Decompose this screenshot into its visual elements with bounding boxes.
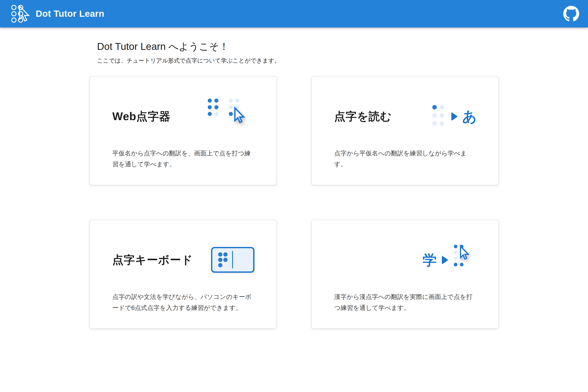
- braille-to-hiragana-icon: あ: [432, 104, 477, 128]
- welcome-subtitle: ここでは、チュートリアル形式で点字について学ぶことができます。: [97, 57, 499, 64]
- card-description: 点字の訳や文法を学びながら、パソコンのキーボードで6点式点字を入力する練習ができ…: [112, 292, 255, 313]
- github-icon: [563, 6, 579, 22]
- app-header: Dot Tutor Learn: [0, 0, 588, 28]
- card-header-row: 点字キーボード: [112, 237, 255, 283]
- card-header-row: Web点字器: [112, 94, 255, 139]
- eight-dot-braille-cursor-icon: [453, 244, 477, 276]
- arrow-right-icon: [451, 112, 458, 120]
- card-write-kantenji[interactable]: 学 漢字から漢点字への翻訳を実際に画面上で点を打つ練習を: [311, 220, 499, 329]
- card-title: Web点字器: [112, 109, 171, 124]
- main-content: Dot Tutor Learn へようこそ！ ここでは、チュートリアル形式で点字…: [90, 28, 499, 329]
- card-title: 点字を読む: [334, 109, 392, 124]
- two-braille-cells-cursor-icon: [207, 98, 255, 135]
- github-link[interactable]: [562, 5, 580, 23]
- welcome-title: Dot Tutor Learn へようこそ！: [97, 40, 499, 53]
- arrow-right-icon: [442, 256, 448, 264]
- kanji-to-braille-icon: 学: [423, 244, 477, 276]
- card-title: 点字キーボード: [112, 252, 193, 268]
- tutorial-cards-grid: Web点字器 平仮名から点字への翻訳を、画面上で点を打つ練習を通して学べます。: [90, 76, 499, 329]
- card-read-braille[interactable]: 点字を読む あ 点字から平仮名への翻訳を練習しながら学べます。: [311, 76, 499, 185]
- kanji-gaku-glyph: 学: [423, 253, 437, 267]
- card-description: 漢字から漢点字への翻訳を実際に画面上で点を打つ練習を通して学べます。: [334, 292, 477, 313]
- app-title: Dot Tutor Learn: [36, 8, 104, 19]
- app-logo-braille-cursor-icon: [10, 4, 30, 24]
- card-braille-keyboard[interactable]: 点字キーボード 点字の訳や文法を学びながら、パソコンのキーボードで6点式点字を入…: [90, 220, 277, 329]
- braille-input-field-icon: [211, 247, 255, 273]
- card-description: 平仮名から点字への翻訳を、画面上で点を打つ練習を通して学べます。: [112, 148, 255, 170]
- cursor-arrow-icon: [460, 246, 468, 259]
- braille-cell-a-icon: [432, 104, 446, 128]
- card-web-braille-writer[interactable]: Web点字器 平仮名から点字への翻訳を、画面上で点を打つ練習を通して学べます。: [90, 76, 277, 185]
- card-header-row: 点字を読む あ: [334, 94, 477, 139]
- card-header-row: 学: [334, 237, 477, 283]
- cursor-arrow-icon: [235, 108, 244, 122]
- card-description: 点字から平仮名への翻訳を練習しながら学べます。: [334, 148, 477, 170]
- hiragana-a-glyph: あ: [462, 110, 477, 124]
